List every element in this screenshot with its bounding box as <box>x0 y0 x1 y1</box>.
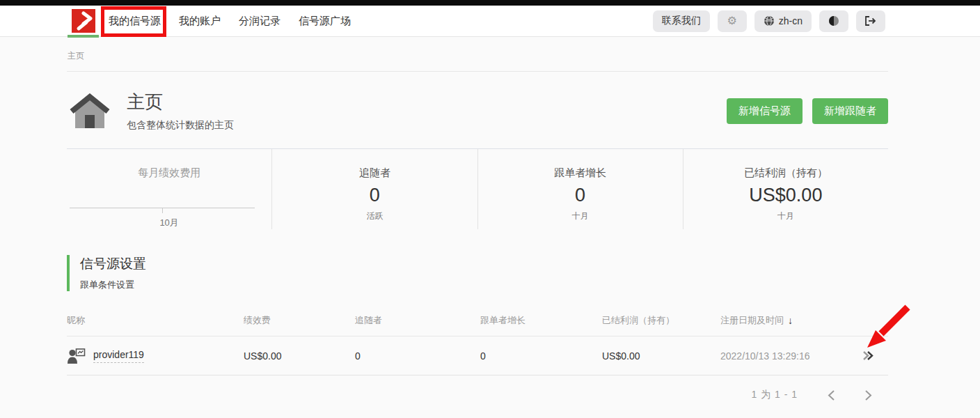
col-header-performance-fee[interactable]: 绩效费 <box>244 314 355 327</box>
providers-table: 昵称 绩效费 追随者 跟单者增长 已结利润（持有） 注册日期及时间 ↓ prov… <box>67 310 888 401</box>
sort-desc-icon: ↓ <box>788 315 793 326</box>
col-header-registered[interactable]: 注册日期及时间 ↓ <box>720 314 888 327</box>
stat-profit-caption: 十月 <box>683 210 888 222</box>
navbar: 我的信号源 我的账户 分润记录 信号源广场 联系我们 ⚙ zh-cn <box>0 6 980 37</box>
table-row: provider119 US$0.00 0 0 US$0.00 2022/10/… <box>67 336 888 376</box>
cell-follower-growth: 0 <box>480 350 602 362</box>
stat-growth-title: 跟单者增长 <box>478 167 683 180</box>
stat-profit: 已结利润（持有） US$0.00 十月 <box>683 149 888 229</box>
provider-settings-section-header: 信号源设置 跟单条件设置 <box>67 255 888 291</box>
contact-us-button[interactable]: 联系我们 <box>653 10 710 32</box>
gear-icon: ⚙ <box>727 15 737 26</box>
header-buttons: 新增信号源 新增跟随者 <box>727 98 888 124</box>
stat-monthly-fee-title: 每月绩效费用 <box>67 167 271 180</box>
add-follower-button[interactable]: 新增跟随者 <box>812 98 888 124</box>
stat-followers-title: 追随者 <box>272 167 477 180</box>
stats-row: 每月绩效费用 10月 追随者 0 活跃 跟单者增长 0 十月 已结利润（持有） … <box>67 148 888 229</box>
top-black-bar <box>0 0 980 6</box>
stat-profit-title: 已结利润（持有） <box>683 167 888 180</box>
page-title: 主页 <box>127 90 234 114</box>
provider-avatar-icon <box>67 348 86 364</box>
cell-closed-profit: US$0.00 <box>602 350 720 362</box>
row-expand-button[interactable] <box>862 350 874 361</box>
table-header-row: 昵称 绩效费 追随者 跟单者增长 已结利润（持有） 注册日期及时间 ↓ <box>67 310 888 336</box>
page-titles: 主页 包含整体统计数据的主页 <box>127 90 234 132</box>
chart-tick <box>162 208 163 213</box>
pagination: 1 为 1 - 1 <box>67 389 888 401</box>
stat-growth-caption: 十月 <box>478 210 683 222</box>
cell-registered: 2022/10/13 13:29:16 <box>720 350 888 362</box>
col-header-follower-growth[interactable]: 跟单者增长 <box>480 314 602 327</box>
logout-button[interactable] <box>856 10 885 32</box>
section-subtitle: 跟单条件设置 <box>80 279 888 291</box>
nav-item-provider-plaza[interactable]: 信号源广场 <box>290 15 360 28</box>
stat-growth-value: 0 <box>478 185 683 206</box>
monthly-fee-chart-axis <box>70 208 255 208</box>
language-button[interactable]: zh-cn <box>754 10 812 32</box>
nav-item-profit-records[interactable]: 分润记录 <box>230 15 290 28</box>
col-header-followers[interactable]: 追随者 <box>355 314 480 327</box>
stat-followers-caption: 活跃 <box>272 210 477 222</box>
stat-profit-value: US$0.00 <box>683 185 888 206</box>
logout-icon <box>864 15 877 26</box>
stat-followers: 追随者 0 活跃 <box>271 149 477 229</box>
chevron-left-icon <box>827 389 835 401</box>
home-icon <box>70 93 110 128</box>
brand-logo-icon[interactable] <box>72 9 95 33</box>
settings-button[interactable]: ⚙ <box>718 10 747 32</box>
section-title: 信号源设置 <box>80 255 888 273</box>
page-subtitle: 包含整体统计数据的主页 <box>127 119 234 132</box>
nav-actions: 联系我们 ⚙ zh-cn <box>653 10 885 32</box>
active-tab-indicator <box>68 35 99 38</box>
chevron-right-icon <box>864 389 873 401</box>
nav-item-my-account[interactable]: 我的账户 <box>170 15 230 28</box>
cell-nickname: provider119 <box>67 348 244 364</box>
main-content: 主页 主页 包含整体统计数据的主页 新增信号源 新增跟随者 每月绩效费用 10月… <box>67 37 888 401</box>
globe-icon <box>764 15 775 26</box>
cell-followers: 0 <box>355 350 480 362</box>
contrast-icon <box>828 15 839 26</box>
cell-performance-fee: US$0.00 <box>244 350 355 362</box>
language-label: zh-cn <box>779 15 803 26</box>
pagination-prev-button[interactable] <box>827 389 835 401</box>
stat-monthly-fee: 每月绩效费用 10月 <box>67 149 271 229</box>
col-header-nickname[interactable]: 昵称 <box>67 314 244 327</box>
provider-name-link[interactable]: provider119 <box>93 349 144 363</box>
chart-axis-label: 10月 <box>67 217 271 229</box>
pagination-next-button[interactable] <box>864 389 873 401</box>
registered-date: 2022/10/13 13:29:16 <box>720 350 809 362</box>
nav-menu: 我的信号源 我的账户 分润记录 信号源广场 <box>104 15 360 28</box>
stat-followers-value: 0 <box>272 185 477 206</box>
col-header-closed-profit[interactable]: 已结利润（持有） <box>602 314 720 327</box>
pagination-info: 1 为 1 - 1 <box>751 389 798 401</box>
nav-item-my-providers[interactable]: 我的信号源 <box>104 15 170 28</box>
breadcrumb[interactable]: 主页 <box>67 37 888 72</box>
double-chevron-right-icon <box>867 350 874 361</box>
col-header-registered-label: 注册日期及时间 <box>720 314 784 327</box>
add-provider-button[interactable]: 新增信号源 <box>727 98 803 124</box>
page-header: 主页 包含整体统计数据的主页 新增信号源 新增跟随者 <box>67 72 888 148</box>
theme-contrast-button[interactable] <box>819 10 848 32</box>
stat-growth: 跟单者增长 0 十月 <box>477 149 683 229</box>
